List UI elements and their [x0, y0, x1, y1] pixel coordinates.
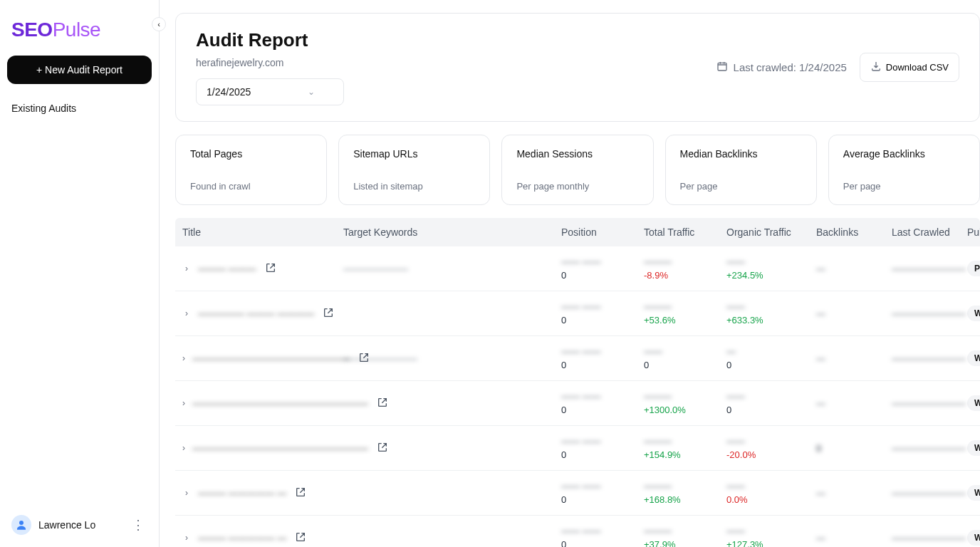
last-crawled-cell: ————————	[892, 443, 963, 454]
download-label: Download CSV	[886, 62, 949, 73]
main: Audit Report herafinejewelry.com 1/24/20…	[160, 0, 980, 547]
total-traffic-delta: 0	[644, 360, 722, 370]
total-traffic-value: ———	[644, 481, 722, 491]
total-traffic-cell: ——— +154.9%	[644, 436, 722, 460]
user-menu-button[interactable]: ⋮	[129, 514, 147, 536]
avatar	[11, 515, 31, 535]
logo-seo: SEO	[11, 19, 53, 41]
user-row[interactable]: Lawrence Lo ⋮	[7, 509, 152, 541]
position-delta: 0	[561, 270, 640, 281]
date-select-value: 1/24/2025	[207, 86, 251, 98]
expand-row-button[interactable]: ›	[182, 353, 185, 363]
organic-traffic-cell: —— +633.3%	[726, 301, 812, 325]
organic-traffic-delta: +127.3%	[726, 539, 812, 547]
position-cell: —— —— 0	[561, 526, 640, 547]
organic-traffic-value: —	[726, 346, 812, 357]
download-icon	[870, 61, 882, 74]
stat-title: Median Backlinks	[680, 148, 802, 160]
position-value: —— ——	[561, 526, 640, 536]
organic-traffic-delta: 0.0%	[726, 494, 812, 505]
page-title-text: ——— ————— —	[198, 533, 286, 543]
expand-row-button[interactable]: ›	[182, 533, 191, 543]
total-traffic-delta: +53.6%	[644, 315, 722, 325]
pulse-rank-badge: Weak	[967, 306, 980, 321]
stat-card: Median Sessions Per page monthly	[501, 135, 653, 205]
col-pulse-rank[interactable]: Pulse Rank	[967, 226, 980, 238]
table-row: › ——————————————————— —— —— 0 ——— +1300.…	[175, 381, 980, 426]
stat-title: Median Sessions	[516, 148, 638, 160]
last-crawled-cell: ————————	[892, 488, 963, 499]
position-delta: 0	[561, 315, 640, 325]
external-link-icon[interactable]	[321, 306, 335, 322]
new-audit-button[interactable]: + New Audit Report	[7, 56, 152, 84]
stat-sub: Per page	[680, 181, 802, 192]
backlinks-cell: —	[816, 398, 887, 409]
expand-row-button[interactable]: ›	[182, 308, 191, 318]
total-traffic-cell: ——— +168.8%	[644, 481, 722, 505]
user-name: Lawrence Lo	[38, 519, 122, 531]
position-value: —— ——	[561, 301, 640, 312]
table-row: › ————————————————— ———————— —— —— 0 —— …	[175, 336, 980, 381]
logo-pulse: Pulse	[53, 19, 101, 41]
download-csv-button[interactable]: Download CSV	[860, 53, 959, 82]
external-link-icon[interactable]	[293, 530, 308, 546]
backlinks-cell: —	[816, 353, 887, 364]
page-title-text: ——— ————— —	[198, 488, 286, 499]
last-crawled-text: Last crawled: 1/24/2025	[734, 61, 847, 73]
keywords-cell: ———————	[343, 264, 557, 274]
page-title-text: ———————————————————	[192, 443, 368, 454]
external-link-icon[interactable]	[375, 395, 390, 412]
total-traffic-value: ———	[644, 436, 722, 447]
organic-traffic-value: ——	[726, 391, 812, 402]
expand-row-button[interactable]: ›	[182, 398, 185, 408]
total-traffic-cell: ——— +37.9%	[644, 526, 722, 547]
collapse-sidebar-button[interactable]: ‹	[152, 17, 166, 31]
expand-row-button[interactable]: ›	[182, 488, 191, 498]
table-header-row: Title Target Keywords Position Total Tra…	[175, 218, 980, 246]
col-organic-traffic[interactable]: Organic Traffic	[726, 226, 812, 238]
position-cell: —— —— 0	[561, 391, 640, 415]
last-crawled-cell: ————————	[892, 398, 963, 409]
user-icon	[15, 519, 28, 531]
position-delta: 0	[561, 494, 640, 505]
col-last-crawled[interactable]: Last Crawled	[892, 226, 963, 238]
last-crawled-cell: ————————	[892, 308, 963, 319]
pulse-rank-cell: Weak	[967, 485, 980, 501]
external-link-icon[interactable]	[264, 261, 278, 277]
col-keywords[interactable]: Target Keywords	[343, 226, 557, 238]
external-link-icon[interactable]	[293, 485, 308, 501]
backlinks-cell: —	[816, 533, 887, 543]
title-cell: › ————— ——— ————	[182, 306, 339, 322]
position-value: —— ——	[561, 436, 640, 447]
col-total-traffic[interactable]: Total Traffic	[644, 226, 722, 238]
header-card: Audit Report herafinejewelry.com 1/24/20…	[175, 13, 980, 122]
total-traffic-value: ——	[644, 346, 722, 357]
stat-card: Sitemap URLs Listed in sitemap	[338, 135, 490, 205]
backlinks-cell: —	[816, 308, 887, 319]
backlinks-cell: 0	[816, 443, 887, 454]
title-cell: › ———————————————————	[182, 395, 339, 412]
table-row: › ——— ————— — —— —— 0 ——— +37.9% —— +127…	[175, 516, 980, 547]
col-position[interactable]: Position	[561, 226, 640, 238]
pulse-rank-cell: Weak	[967, 395, 980, 411]
organic-traffic-value: ——	[726, 256, 812, 267]
external-link-icon[interactable]	[375, 440, 390, 457]
pages-table: Title Target Keywords Position Total Tra…	[175, 218, 980, 547]
total-traffic-value: ———	[644, 256, 722, 267]
last-crawled-cell: ————————	[892, 353, 963, 364]
col-backlinks[interactable]: Backlinks	[816, 226, 887, 238]
pulse-rank-cell: Weak	[967, 440, 980, 456]
organic-traffic-cell: —— 0	[726, 391, 812, 415]
total-traffic-value: ———	[644, 526, 722, 536]
total-traffic-delta: +154.9%	[644, 449, 722, 460]
col-title[interactable]: Title	[182, 226, 339, 238]
expand-row-button[interactable]: ›	[182, 443, 185, 453]
table-row: › ——————————————————— —— —— 0 ——— +154.9…	[175, 426, 980, 471]
pulse-rank-badge: Weak	[967, 440, 980, 456]
stat-card: Total Pages Found in crawl	[175, 135, 327, 205]
stat-title: Sitemap URLs	[353, 148, 475, 160]
stat-sub: Per page monthly	[516, 181, 638, 192]
last-crawled: Last crawled: 1/24/2025	[716, 61, 847, 74]
date-select[interactable]: 1/24/2025 ⌄	[196, 78, 344, 105]
expand-row-button[interactable]: ›	[182, 264, 191, 274]
